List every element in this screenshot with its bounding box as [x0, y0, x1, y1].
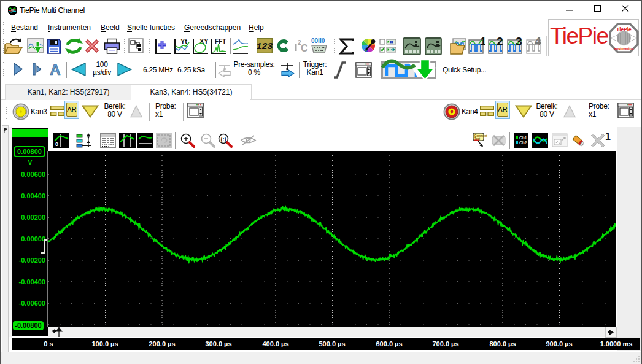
- svg-text:0: 0: [55, 141, 58, 147]
- svg-text:4: 4: [535, 37, 541, 48]
- svg-text:C: C: [301, 43, 308, 53]
- svg-text:1: 1: [480, 37, 485, 48]
- svg-text:FFT: FFT: [215, 38, 226, 45]
- svg-text:Ch2: Ch2: [519, 141, 527, 145]
- svg-text:(:): (:): [221, 136, 226, 142]
- svg-text:00II0: 00II0: [311, 37, 325, 44]
- svg-text:123: 123: [257, 42, 273, 52]
- svg-text:Yt: Yt: [180, 37, 187, 45]
- svg-text:Ch1: Ch1: [519, 136, 527, 140]
- svg-text:engineering: engineering: [614, 47, 634, 50]
- svg-text:3: 3: [516, 37, 522, 48]
- svg-text:2: 2: [497, 37, 503, 48]
- svg-text:A: A: [50, 62, 60, 77]
